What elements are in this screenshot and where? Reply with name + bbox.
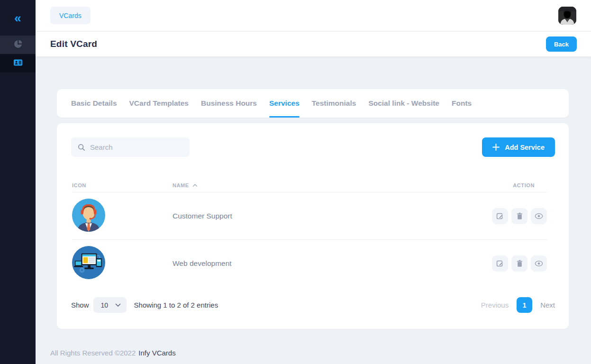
add-service-button[interactable]: Add Service [482, 137, 555, 157]
page-size-select[interactable]: 10 [93, 297, 127, 313]
chevrons-left-icon: « [14, 12, 21, 24]
service-name: Web development [173, 259, 232, 268]
eye-icon [535, 260, 543, 267]
delete-button[interactable] [511, 255, 527, 272]
chevron-down-icon [115, 303, 121, 307]
trash-icon [516, 212, 523, 220]
tab-basic-details[interactable]: Basic Details [71, 89, 117, 118]
back-button[interactable]: Back [546, 36, 577, 52]
tab-fonts[interactable]: Fonts [452, 89, 472, 118]
tabs-bar: Basic Details VCard Templates Business H… [57, 89, 569, 118]
table-header: ICON NAME ACTION [72, 178, 547, 192]
delete-button[interactable] [511, 208, 527, 224]
search-box [71, 137, 190, 157]
tab-services[interactable]: Services [269, 89, 300, 118]
edit-icon [496, 260, 504, 267]
sidebar-item-vcards[interactable] [0, 54, 36, 73]
footer-rights: All Rights Reserved ©2022 [50, 349, 136, 357]
user-avatar-image [558, 7, 576, 25]
tab-business-hours[interactable]: Business Hours [201, 89, 257, 118]
footer: All Rights Reserved ©2022 Infy VCards [50, 349, 176, 357]
footer-brand: Infy VCards [138, 349, 175, 357]
pie-chart-icon [13, 39, 23, 51]
top-navbar: VCards [36, 0, 591, 31]
trash-icon [516, 260, 523, 267]
services-table: ICON NAME ACTION [72, 178, 547, 287]
customer-support-icon [72, 225, 105, 233]
sidebar: « [0, 0, 36, 364]
show-label: Show [71, 301, 89, 309]
view-button[interactable] [531, 255, 547, 272]
page-number-button[interactable]: 1 [517, 297, 532, 313]
page-header: Edit VCard Back [36, 32, 591, 56]
search-icon [78, 144, 85, 151]
vcard-icon [13, 57, 23, 70]
sidebar-collapse-button[interactable]: « [0, 0, 36, 36]
page-title: Edit VCard [50, 32, 97, 56]
breadcrumb[interactable]: VCards [50, 7, 91, 24]
service-name: Customer Support [173, 212, 232, 220]
column-header-name[interactable]: NAME [173, 182, 485, 188]
breadcrumb-label: VCards [59, 12, 82, 19]
edit-button[interactable] [492, 255, 508, 272]
tab-social-link-website[interactable]: Social link - Website [368, 89, 439, 118]
entries-summary: Showing 1 to 2 of 2 entries [134, 301, 218, 309]
table-row: Web development [72, 240, 547, 287]
services-panel: Add Service ICON NAME ACTION [57, 123, 569, 329]
tab-vcard-templates[interactable]: VCard Templates [129, 89, 189, 118]
add-service-label: Add Service [505, 144, 545, 151]
page-size-value: 10 [101, 301, 109, 309]
pagination-bar: Show 10 Showing 1 to 2 of 2 entries Prev… [71, 297, 555, 313]
edit-icon [496, 212, 504, 220]
sort-asc-icon [192, 183, 198, 187]
column-header-icon: ICON [72, 182, 173, 188]
web-development-icon [72, 273, 105, 281]
column-header-action: ACTION [485, 182, 547, 188]
plus-icon [492, 144, 500, 151]
tab-testimonials[interactable]: Testimonials [312, 89, 356, 118]
view-button[interactable] [531, 208, 547, 224]
user-avatar[interactable] [558, 7, 576, 25]
sidebar-item-dashboard[interactable] [0, 36, 36, 54]
table-row: Customer Support [72, 192, 547, 240]
search-input[interactable] [90, 143, 183, 151]
previous-page-link[interactable]: Previous [481, 301, 509, 309]
eye-icon [535, 213, 543, 219]
next-page-link[interactable]: Next [540, 301, 555, 309]
edit-button[interactable] [492, 208, 508, 224]
